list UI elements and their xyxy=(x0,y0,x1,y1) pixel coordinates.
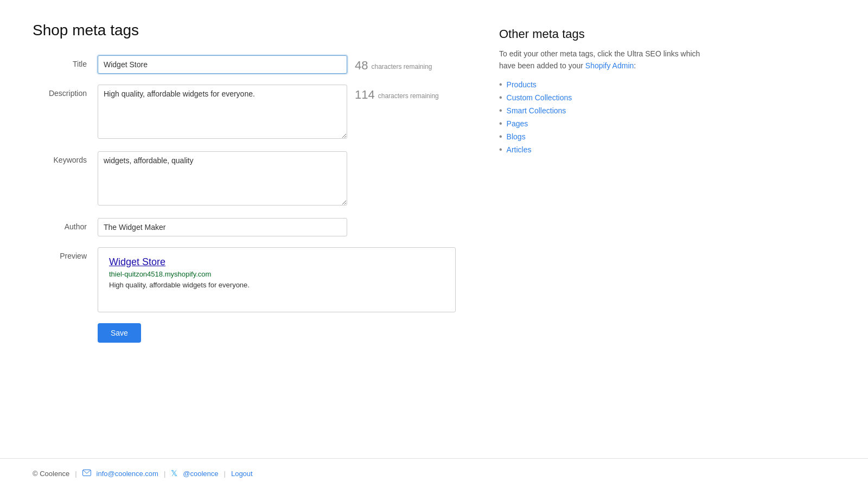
description-field-wrapper: High quality, affordable widgets for eve… xyxy=(98,85,456,140)
page-title: Shop meta tags xyxy=(33,22,456,39)
list-item: Smart Collections xyxy=(499,106,705,115)
shopify-link-suffix: : xyxy=(634,61,636,70)
other-meta-tags-section: Other meta tags To edit your other meta … xyxy=(499,22,705,436)
save-button[interactable]: Save xyxy=(98,323,141,343)
preview-row: Preview Widget Store thiel-quitzon4518.m… xyxy=(33,247,456,312)
preview-description: High quality, affordable widgets for eve… xyxy=(109,281,250,289)
author-input[interactable] xyxy=(98,218,347,236)
description-textarea[interactable]: High quality, affordable widgets for eve… xyxy=(98,85,347,139)
title-field-inner xyxy=(98,55,347,74)
preview-label: Preview xyxy=(33,247,98,260)
other-meta-links-list: ProductsCustom CollectionsSmart Collecti… xyxy=(499,80,705,155)
save-button-row: Save xyxy=(33,323,456,343)
meta-link[interactable]: Custom Collections xyxy=(507,93,572,102)
meta-link[interactable]: Articles xyxy=(507,145,532,154)
keywords-textarea[interactable]: widgets, affordable, quality xyxy=(98,151,347,206)
other-meta-description: To edit your other meta tags, click the … xyxy=(499,48,705,72)
title-label: Title xyxy=(33,55,98,68)
list-item: Blogs xyxy=(499,132,705,142)
email-icon xyxy=(82,470,91,478)
author-label: Author xyxy=(33,218,98,231)
footer-email-link[interactable]: info@coolence.com xyxy=(97,470,158,478)
meta-link[interactable]: Smart Collections xyxy=(507,106,566,115)
keywords-field-inner: widgets, affordable, quality xyxy=(98,151,347,207)
footer-sep-2: | xyxy=(164,470,165,478)
list-item: Custom Collections xyxy=(499,93,705,102)
title-char-count: 48 characters remaining xyxy=(355,55,452,72)
author-field-wrapper xyxy=(98,218,456,236)
description-field-inner: High quality, affordable widgets for eve… xyxy=(98,85,347,140)
keywords-label: Keywords xyxy=(33,151,98,164)
title-row: Title 48 characters remaining xyxy=(33,55,456,74)
title-chars-label: characters remaining xyxy=(371,63,432,70)
list-item: Products xyxy=(499,80,705,89)
keywords-field-wrapper: widgets, affordable, quality xyxy=(98,151,456,207)
twitter-icon: 𝕏 xyxy=(171,468,177,478)
preview-url: thiel-quitzon4518.myshopify.com xyxy=(109,270,444,278)
description-chars-label: characters remaining xyxy=(378,92,439,100)
description-row: Description High quality, affordable wid… xyxy=(33,85,456,140)
title-chars-number: 48 xyxy=(355,60,368,72)
description-char-count: 114 characters remaining xyxy=(355,85,452,101)
meta-link[interactable]: Products xyxy=(507,80,537,89)
other-meta-title: Other meta tags xyxy=(499,27,705,41)
title-field-wrapper: 48 characters remaining xyxy=(98,55,456,74)
footer-copyright: © Coolence xyxy=(33,470,69,478)
footer-sep-3: | xyxy=(224,470,226,478)
title-input[interactable] xyxy=(98,55,347,74)
list-item: Pages xyxy=(499,119,705,129)
footer-twitter-link[interactable]: @coolence xyxy=(183,470,218,478)
preview-box: Widget Store thiel-quitzon4518.myshopify… xyxy=(98,247,456,312)
description-chars-number: 114 xyxy=(355,89,375,101)
meta-link[interactable]: Pages xyxy=(507,119,528,128)
description-label: Description xyxy=(33,85,98,98)
keywords-row: Keywords widgets, affordable, quality xyxy=(33,151,456,207)
footer-logout-link[interactable]: Logout xyxy=(231,470,253,478)
author-row: Author xyxy=(33,218,456,236)
footer: © Coolence | info@coolence.com | 𝕏 @cool… xyxy=(0,458,868,488)
list-item: Articles xyxy=(499,145,705,155)
preview-title-link[interactable]: Widget Store xyxy=(109,256,444,268)
shopify-admin-link[interactable]: Shopify Admin xyxy=(585,61,634,70)
author-field-inner xyxy=(98,218,347,236)
meta-link[interactable]: Blogs xyxy=(507,132,526,141)
shop-meta-tags-section: Shop meta tags Title 48 characters remai… xyxy=(33,22,456,436)
footer-sep-1: | xyxy=(75,470,76,478)
